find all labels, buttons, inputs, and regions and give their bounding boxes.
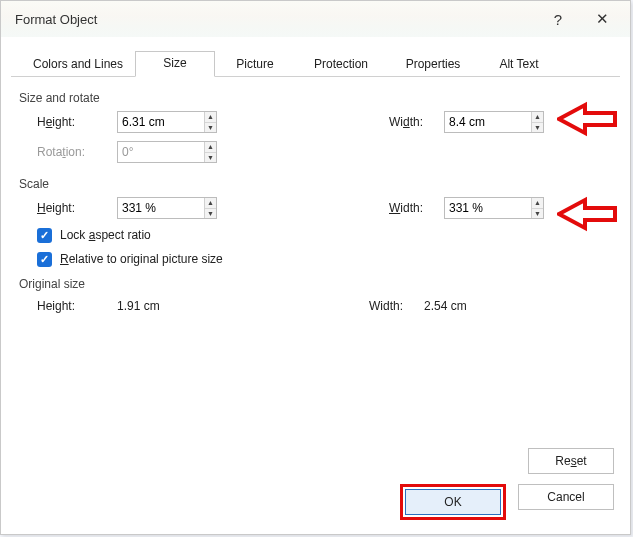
input-height-field[interactable] — [118, 112, 204, 132]
input-rotation: ▲ ▼ — [117, 141, 217, 163]
tab-alt-text[interactable]: Alt Text — [479, 52, 559, 77]
label-scale-height: Height: — [37, 201, 117, 215]
label-orig-height: Height: — [37, 299, 117, 313]
input-scale-width[interactable]: ▲ ▼ — [444, 197, 544, 219]
tab-size[interactable]: Size — [135, 51, 215, 77]
label-orig-width: Width: — [369, 299, 424, 313]
tab-protection[interactable]: Protection — [295, 52, 387, 77]
spin-height[interactable]: ▲ ▼ — [204, 112, 216, 132]
label-rotation: Rotation: — [37, 145, 117, 159]
cancel-button[interactable]: Cancel — [518, 484, 614, 510]
tabstrip: Colors and Lines Size Picture Protection… — [1, 37, 630, 77]
spin-down-icon[interactable]: ▼ — [205, 209, 216, 219]
row-lock-aspect: Lock aspect ratio — [17, 223, 614, 247]
tab-picture[interactable]: Picture — [215, 52, 295, 77]
spin-down-icon: ▼ — [205, 153, 216, 163]
ok-cancel-bar: OK Cancel — [400, 484, 614, 520]
tab-body: Size and rotate Height: ▲ ▼ Width: ▲ ▼ R… — [1, 77, 630, 319]
input-scale-width-field[interactable] — [445, 198, 531, 218]
checkbox-relative-original[interactable] — [37, 252, 52, 267]
row-rotation: Rotation: ▲ ▼ — [17, 137, 614, 167]
group-original-size: Original size — [19, 277, 614, 291]
spin-down-icon[interactable]: ▼ — [532, 123, 543, 133]
format-object-dialog: Format Object ? ✕ Colors and Lines Size … — [0, 0, 631, 535]
input-scale-height-field[interactable] — [118, 198, 204, 218]
row-scale: Height: ▲ ▼ Width: ▲ ▼ — [17, 193, 614, 223]
checkbox-lock-aspect[interactable] — [37, 228, 52, 243]
spin-rotation: ▲ ▼ — [204, 142, 216, 162]
value-orig-width: 2.54 cm — [424, 299, 524, 313]
input-width[interactable]: ▲ ▼ — [444, 111, 544, 133]
input-scale-height[interactable]: ▲ ▼ — [117, 197, 217, 219]
tab-properties[interactable]: Properties — [387, 52, 479, 77]
row-original-size: Height: 1.91 cm Width: 2.54 cm — [17, 293, 614, 319]
label-width: Width: — [389, 115, 444, 129]
spin-up-icon[interactable]: ▲ — [532, 112, 543, 123]
label-relative-original: Relative to original picture size — [60, 252, 223, 266]
row-relative-original: Relative to original picture size — [17, 247, 614, 271]
help-button[interactable]: ? — [536, 5, 580, 33]
value-orig-height: 1.91 cm — [117, 299, 217, 313]
spin-up-icon[interactable]: ▲ — [532, 198, 543, 209]
annotation-ok-highlight: OK — [400, 484, 506, 520]
spin-scale-height[interactable]: ▲ ▼ — [204, 198, 216, 218]
group-size-and-rotate: Size and rotate — [19, 91, 614, 105]
spin-down-icon[interactable]: ▼ — [205, 123, 216, 133]
group-scale: Scale — [19, 177, 614, 191]
label-lock-aspect: Lock aspect ratio — [60, 228, 151, 242]
spin-up-icon[interactable]: ▲ — [205, 198, 216, 209]
reset-button[interactable]: Reset — [528, 448, 614, 474]
titlebar: Format Object ? ✕ — [1, 1, 630, 37]
tab-colors-and-lines[interactable]: Colors and Lines — [21, 52, 135, 77]
spin-up-icon[interactable]: ▲ — [205, 112, 216, 123]
input-width-field[interactable] — [445, 112, 531, 132]
ok-button[interactable]: OK — [405, 489, 501, 515]
label-scale-width: Width: — [389, 201, 444, 215]
spin-down-icon[interactable]: ▼ — [532, 209, 543, 219]
label-height: Height: — [37, 115, 117, 129]
spin-up-icon: ▲ — [205, 142, 216, 153]
close-button[interactable]: ✕ — [580, 5, 624, 33]
input-height[interactable]: ▲ ▼ — [117, 111, 217, 133]
spin-width[interactable]: ▲ ▼ — [531, 112, 543, 132]
row-height-width: Height: ▲ ▼ Width: ▲ ▼ — [17, 107, 614, 137]
dialog-title: Format Object — [15, 12, 536, 27]
input-rotation-field — [118, 142, 204, 162]
reset-bar: Reset — [528, 448, 614, 474]
spin-scale-width[interactable]: ▲ ▼ — [531, 198, 543, 218]
